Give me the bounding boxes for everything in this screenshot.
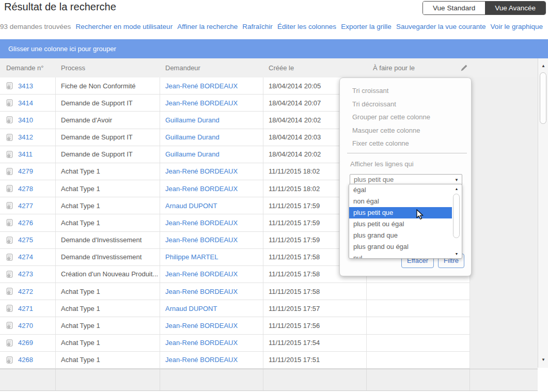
page-title: Résultat de la recherche xyxy=(4,1,116,13)
request-icon[interactable] xyxy=(6,167,14,176)
toolbar-link-6[interactable]: Voir le graphique xyxy=(491,23,543,30)
requester-link[interactable]: Arnaud DUPONT xyxy=(165,305,217,312)
main-scrollbar[interactable]: ▲ ▼ xyxy=(538,58,548,368)
requester-link[interactable]: Jean-René BORDEAUX xyxy=(165,236,238,244)
toolbar-link-0[interactable]: Rechercher en mode utilisateur xyxy=(76,23,173,30)
operator-option-3[interactable]: plus petit ou égal xyxy=(349,218,452,230)
request-icon[interactable] xyxy=(6,287,14,295)
menu-item-3[interactable]: Masquer cette colonne xyxy=(340,124,471,137)
column-header-3[interactable]: Créée le xyxy=(263,64,367,72)
request-link[interactable]: 4273 xyxy=(18,270,33,278)
request-icon[interactable] xyxy=(6,150,14,159)
request-link[interactable]: 4269 xyxy=(18,339,33,347)
scrollbar-thumb[interactable] xyxy=(540,72,546,124)
toolbar-link-4[interactable]: Exporter la grille xyxy=(341,23,392,30)
process-cell: Demande de Support IT xyxy=(56,129,160,146)
request-icon[interactable] xyxy=(6,184,14,193)
created-cell: 11/11/2015 17:56 xyxy=(263,317,367,334)
requester-link[interactable]: Guillaume Durand xyxy=(165,150,220,158)
requester-link[interactable]: Jean-René BORDEAUX xyxy=(165,288,238,295)
column-header-0[interactable]: Demande n° xyxy=(0,64,56,72)
request-link[interactable]: 4272 xyxy=(18,288,33,295)
requester-link[interactable]: Jean-René BORDEAUX xyxy=(165,82,238,90)
operator-listbox: égalnon égalplus petit queplus petit ou … xyxy=(349,184,462,259)
toolbar-link-3[interactable]: Éditer les colonnes xyxy=(277,23,336,30)
list-scroll-up-icon[interactable]: ▲ xyxy=(452,187,461,191)
scroll-up-icon[interactable]: ▲ xyxy=(538,62,548,70)
scroll-down-icon[interactable]: ▼ xyxy=(538,356,548,364)
request-link[interactable]: 4268 xyxy=(18,356,33,364)
request-icon[interactable] xyxy=(6,201,14,210)
request-icon[interactable] xyxy=(6,270,14,278)
request-link[interactable]: 4279 xyxy=(18,167,33,175)
column-header-2[interactable]: Demandeur xyxy=(160,64,263,72)
view-advanced-button[interactable]: Vue Avancée xyxy=(485,2,545,14)
result-count: 93 demandes trouvées xyxy=(0,23,71,30)
request-icon[interactable] xyxy=(6,218,14,227)
menu-item-0[interactable]: Tri croissant xyxy=(340,84,471,98)
requester-link[interactable]: Philippe MARTEL xyxy=(165,253,218,261)
toolbar-link-2[interactable]: Rafraîchir xyxy=(242,23,273,30)
process-cell: Achat Type 1 xyxy=(56,335,160,351)
requester-link[interactable]: Guillaume Durand xyxy=(165,116,220,124)
requester-link[interactable]: Jean-René BORDEAUX xyxy=(165,185,238,193)
requester-link[interactable]: Jean-René BORDEAUX xyxy=(165,167,238,175)
operator-option-4[interactable]: plus grand que xyxy=(349,230,452,241)
process-cell: Demande de Support IT xyxy=(56,95,160,111)
operator-option-0[interactable]: égal xyxy=(349,184,452,196)
request-link[interactable]: 4270 xyxy=(18,322,33,330)
list-scroll-down-icon[interactable]: ▼ xyxy=(452,252,461,256)
toolbar-link-5[interactable]: Sauvegarder la vue courante xyxy=(396,23,486,30)
requester-link[interactable]: Jean-René BORDEAUX xyxy=(165,219,238,227)
requester-link[interactable]: Jean-René BORDEAUX xyxy=(165,339,238,347)
request-icon[interactable] xyxy=(6,253,14,261)
request-icon[interactable] xyxy=(6,99,14,107)
request-link[interactable]: 4271 xyxy=(18,305,33,312)
request-link[interactable]: 3414 xyxy=(18,99,33,107)
requester-link[interactable]: Jean-René BORDEAUX xyxy=(165,99,238,107)
process-cell: Achat Type 1 xyxy=(56,300,160,317)
request-link[interactable]: 4276 xyxy=(18,219,33,227)
requester-link[interactable]: Jean-René BORDEAUX xyxy=(165,322,238,330)
list-scrollbar[interactable]: ▲ ▼ xyxy=(452,185,461,258)
list-scrollbar-thumb[interactable] xyxy=(453,194,460,238)
request-link[interactable]: 4274 xyxy=(18,253,33,261)
requester-link[interactable]: Guillaume Durand xyxy=(165,133,220,141)
process-cell: Demande d'Investissement xyxy=(56,232,160,248)
request-icon[interactable] xyxy=(6,236,14,244)
grid-footer xyxy=(0,369,538,391)
toolbar-link-1[interactable]: Affiner la recherche xyxy=(177,23,238,30)
column-header-1[interactable]: Process xyxy=(56,64,160,72)
requester-link[interactable]: Arnaud DUPONT xyxy=(165,202,217,210)
request-link[interactable]: 4275 xyxy=(18,236,33,244)
request-link[interactable]: 3412 xyxy=(18,133,33,141)
request-link[interactable]: 4277 xyxy=(18,202,33,210)
request-icon[interactable] xyxy=(6,82,14,90)
request-link[interactable]: 3413 xyxy=(18,82,33,90)
request-icon[interactable] xyxy=(6,356,14,364)
view-standard-button[interactable]: Vue Standard xyxy=(423,2,485,14)
request-link[interactable]: 4278 xyxy=(18,185,33,193)
operator-option-1[interactable]: non égal xyxy=(349,196,452,207)
column-menu-pencil-icon[interactable] xyxy=(460,64,468,72)
request-icon[interactable] xyxy=(6,304,14,312)
group-drop-zone[interactable]: Glisser une colonne ici pour grouper xyxy=(0,39,548,58)
requester-link[interactable]: Jean-René BORDEAUX xyxy=(165,356,238,364)
request-icon[interactable] xyxy=(6,116,14,124)
request-icon[interactable] xyxy=(6,321,14,330)
request-link[interactable]: 3410 xyxy=(18,116,33,124)
operator-option-6[interactable]: nul xyxy=(349,253,452,259)
request-link[interactable]: 3411 xyxy=(18,150,33,158)
request-icon[interactable] xyxy=(6,339,14,347)
process-cell: Demande de Support IT xyxy=(56,146,160,163)
request-icon[interactable] xyxy=(6,133,14,142)
menu-item-1[interactable]: Tri décroissant xyxy=(340,98,471,111)
column-header-4[interactable]: À faire pour le xyxy=(367,64,470,72)
due-cell xyxy=(367,335,470,351)
requester-link[interactable]: Jean-René BORDEAUX xyxy=(165,270,238,278)
operator-option-2[interactable]: plus petit que xyxy=(349,207,452,218)
table-row: 4271Achat Type 1Arnaud DUPONT11/11/2015 … xyxy=(0,300,470,317)
menu-item-4[interactable]: Fixer cette colonne xyxy=(340,137,471,150)
menu-item-2[interactable]: Grouper par cette colonne xyxy=(340,111,471,124)
operator-option-5[interactable]: plus grand ou égal xyxy=(349,241,452,253)
